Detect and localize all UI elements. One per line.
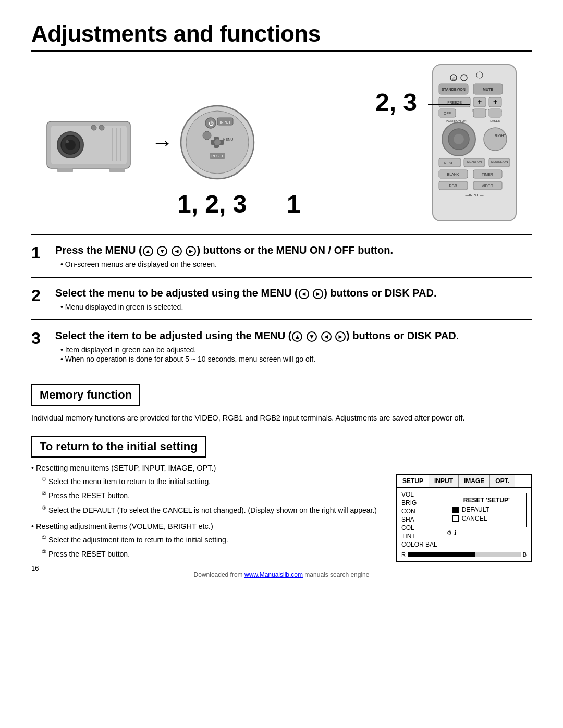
return-sub-1: ① Select the menu item to return to the … (42, 474, 381, 488)
return-title: To return to the initial setting (40, 440, 198, 453)
svg-text:RGB: RGB (449, 184, 457, 188)
step-3-bullet-2: When no operation is done for about 5 ~ … (55, 355, 532, 363)
step-3: 3 Select the item to be adjusted using t… (31, 319, 532, 372)
return-text-area: • Resetting menu items (SETUP, INPUT, IM… (31, 464, 381, 561)
title-divider (31, 50, 532, 52)
page-title: Adjustments and functions (31, 21, 532, 47)
svg-text:MUTE: MUTE (483, 88, 493, 91)
return-sub-2: ② Press the RESET button. (42, 488, 381, 502)
slider-label-r: R (401, 551, 406, 558)
svg-text:RESET: RESET (444, 161, 456, 165)
svg-text:+: + (478, 97, 482, 106)
btn-right-2: ► (313, 289, 323, 299)
footer-download: Downloaded from www.Manualslib.com manua… (0, 571, 563, 578)
return-section: To return to the initial setting • Reset… (31, 431, 532, 562)
step-1-number: 1 (31, 243, 48, 261)
setup-row-sha: SHA (401, 516, 442, 523)
slider-label-b: B (523, 551, 527, 558)
return-sub-3: ③ Select the DEFAULT (To select the CANC… (42, 503, 381, 517)
remote-svg: ⚠ STANDBY/ON MUTE FREEZE + + (417, 62, 532, 224)
svg-text:⚠: ⚠ (452, 76, 456, 81)
btn-up-3: ▲ (292, 331, 302, 342)
control-panel-illustration: ⏻ INPUT MENU RESET (178, 103, 256, 181)
svg-point-10 (99, 125, 104, 130)
setup-tabs: SETUP INPUT IMAGE OPT. (397, 475, 531, 488)
setup-row-vol: VOL (401, 491, 442, 498)
setup-inner-dialog: RESET 'SETUP' DEFAULT CANCEL (447, 493, 527, 527)
step-2-number: 2 (31, 286, 48, 304)
svg-text:MOUSE ON: MOUSE ON (491, 160, 508, 163)
gear-icon: ⚙ (447, 529, 452, 536)
diagram-label-1: 1 (287, 190, 301, 218)
btn-up: ▲ (143, 246, 153, 256)
return-sub-4: ① Select the adjustment item to return t… (42, 533, 381, 547)
step-3-heading: Select the item to be adjusted using the… (55, 329, 532, 342)
setup-row-tint: TINT (401, 533, 442, 540)
svg-text:LASER: LASER (490, 119, 500, 122)
projector-illustration (31, 101, 146, 184)
setup-row-colorbal: COLOR BAL (401, 541, 442, 548)
step-1-heading: Press the MENU (▲ ▼ ◄ ►) buttons or the … (55, 243, 532, 257)
return-bullet-1: • Resetting menu items (SETUP, INPUT, IM… (31, 464, 381, 517)
svg-text:⏻: ⏻ (209, 120, 214, 126)
step-2-heading: Select the menu to be adjusted using the… (55, 286, 532, 300)
return-title-box: To return to the initial setting (31, 436, 206, 458)
return-bullet-2: • Resetting adjustment items (VOLUME, BR… (31, 522, 381, 561)
svg-text:RESET: RESET (211, 154, 224, 158)
svg-text:INPUT: INPUT (220, 120, 231, 124)
memory-function-description: Individual memory functions are provided… (31, 412, 532, 424)
step-1-bullet: On-screen menus are displayed on the scr… (55, 260, 532, 268)
step-3-bullet-1: Item displayed in green can be adjusted. (55, 346, 532, 354)
setup-row-con: CON (401, 508, 442, 515)
btn-left: ◄ (172, 246, 182, 256)
setup-option-default: DEFAULT (452, 506, 521, 513)
setup-dialog: SETUP INPUT IMAGE OPT. VOL BRIG (396, 474, 532, 562)
diagram-label-23: 2, 3 (375, 88, 470, 117)
memory-function-section: Memory function Individual memory functi… (31, 380, 532, 424)
svg-text:VIDEO: VIDEO (482, 184, 493, 188)
memory-function-title: Memory function (40, 388, 132, 401)
footer-link[interactable]: www.Manualslib.com (244, 571, 303, 578)
svg-text:MENU: MENU (223, 138, 234, 141)
steps-section: 1 Press the MENU (▲ ▼ ◄ ►) buttons or th… (31, 234, 532, 372)
svg-text:POSITION ON: POSITION ON (446, 119, 466, 122)
tab-input: INPUT (429, 475, 459, 487)
btn-down: ▼ (157, 246, 167, 256)
svg-point-54 (454, 134, 464, 144)
svg-text:MENU ON: MENU ON (467, 160, 482, 163)
step-3-number: 3 (31, 329, 48, 347)
setup-option-cancel: CANCEL (452, 515, 521, 522)
info-icon: ℹ (454, 529, 456, 536)
remote-illustration: 2, 3 ⚠ STANDBY/ON MUTE (417, 62, 532, 225)
step-2-bullet: Menu displayed in green is selected. (55, 303, 532, 311)
diagram-area: → ⏻ INPUT MENU (31, 62, 532, 224)
btn-left-3: ◄ (321, 331, 332, 342)
svg-text:TIMER: TIMER (482, 172, 493, 176)
return-sub-5: ② Press the RESET button. (42, 547, 381, 561)
btn-right-3: ► (335, 331, 346, 342)
setup-body: VOL BRIG CON SHA (397, 488, 531, 561)
svg-text:BLANK: BLANK (447, 172, 459, 176)
svg-rect-11 (57, 168, 73, 172)
svg-text:RIGHT: RIGHT (495, 134, 507, 138)
default-icon (452, 507, 459, 513)
btn-left-2: ◄ (299, 289, 309, 299)
step-2: 2 Select the menu to be adjusted using t… (31, 277, 532, 319)
svg-rect-12 (109, 168, 125, 172)
tab-image: IMAGE (459, 475, 490, 487)
svg-text:—INPUT—: —INPUT— (466, 193, 484, 197)
setup-icons-row: ⚙ ℹ (447, 529, 527, 536)
svg-point-8 (66, 140, 69, 143)
setup-row-col: COL (401, 524, 442, 532)
svg-point-19 (203, 131, 211, 140)
svg-text:+: + (493, 97, 497, 106)
btn-down-3: ▼ (307, 331, 317, 342)
slider-bar (408, 552, 521, 557)
svg-point-9 (91, 125, 96, 130)
setup-inner-title: RESET 'SETUP' (452, 497, 521, 504)
tab-setup: SETUP (397, 475, 429, 487)
setup-row-brig: BRIG (401, 499, 442, 507)
svg-text:—: — (493, 110, 498, 116)
arrow-diagram: → (151, 130, 173, 155)
return-content: • Resetting menu items (SETUP, INPUT, IM… (31, 464, 532, 562)
